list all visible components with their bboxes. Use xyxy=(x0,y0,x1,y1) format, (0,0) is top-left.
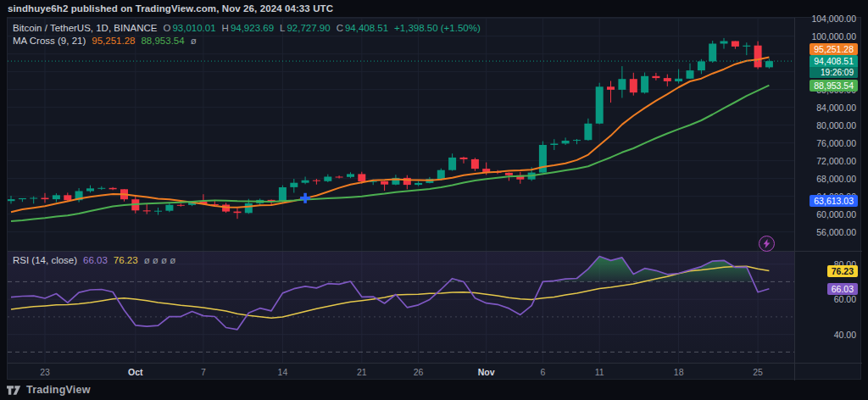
chart-card: Bitcoin / TetherUS, 1D, BINANCE O 93,010… xyxy=(7,17,861,380)
time-axis-label: 21 xyxy=(357,364,367,381)
rsi-hidden-plot-markers: ø ø ø ø xyxy=(144,255,176,265)
time-axis-label: 23 xyxy=(40,364,50,381)
boost-button[interactable] xyxy=(759,236,775,252)
time-axis-label: Oct xyxy=(128,364,143,381)
price-axis-label: 68,000.00 xyxy=(816,173,856,185)
time-axis-label: 26 xyxy=(414,364,424,381)
ma-cross-legend-row[interactable]: MA Cross (9, 21) 95,251.28 88,953.54 ø xyxy=(13,34,481,47)
ma21-price-badge: 88,953.54 xyxy=(810,80,858,92)
price-axis-label: 60,000.00 xyxy=(816,208,856,220)
time-axis[interactable]: 23Oct7142126Nov6111825 xyxy=(8,363,862,381)
ohlc-low: L 92,727.90 xyxy=(280,23,331,33)
ma-cross-value-badge: 63,613.03 xyxy=(810,195,858,207)
rsi-value: 66.03 xyxy=(83,255,108,265)
rsi-value-badge: 66.03 xyxy=(827,283,858,295)
last-price-badge: 94,408.5119:26:09 xyxy=(810,55,858,78)
panel-separator[interactable] xyxy=(8,251,862,252)
ohlc-open: O 93,010.01 xyxy=(163,23,215,33)
ma9-price-badge: 95,251.28 xyxy=(810,43,858,55)
price-axis-label: 72,000.00 xyxy=(816,155,856,167)
tradingview-logo-icon[interactable] xyxy=(7,384,21,396)
symbol-title[interactable]: Bitcoin / TetherUS, 1D, BINANCE xyxy=(13,23,157,33)
ohlc-high: H 94,923.69 xyxy=(222,23,274,33)
price-axis-label: 56,000.00 xyxy=(816,226,856,238)
change-value: +1,398.50 (+1.50%) xyxy=(394,23,481,33)
rsi-axis-label: 40.00 xyxy=(834,329,856,341)
price-axis[interactable]: 104,000.00100,000.0096,000.0092,000.0088… xyxy=(794,18,862,381)
time-axis-label: 7 xyxy=(201,364,206,381)
published-chart-page: sindhuye6h2 published on TradingView.com… xyxy=(0,0,868,400)
tradingview-logo-text[interactable]: TradingView xyxy=(26,384,91,396)
bar-countdown: 19:26:09 xyxy=(810,67,858,78)
chart-plot[interactable] xyxy=(8,18,794,363)
time-axis-label: 6 xyxy=(541,364,546,381)
time-axis-label: 25 xyxy=(753,364,763,381)
publish-info-bar: sindhuye6h2 published on TradingView.com… xyxy=(0,0,868,17)
last-price-value: 94,408.51 xyxy=(810,55,858,67)
price-axis-label: 84,000.00 xyxy=(816,102,856,114)
rsi-legend-row[interactable]: RSI (14, close) 66.03 76.23 ø ø ø ø xyxy=(13,253,175,266)
ma21-value: 88,953.54 xyxy=(141,36,184,46)
publish-info-text: sindhuye6h2 published on TradingView.com… xyxy=(8,3,333,14)
time-axis-label: 14 xyxy=(278,364,288,381)
rsi-ma-badge: 76.23 xyxy=(827,265,858,277)
price-axis-label: 76,000.00 xyxy=(816,137,856,149)
rsi-legend: RSI (14, close) 66.03 76.23 ø ø ø ø xyxy=(13,253,175,266)
hidden-plot-marker: ø xyxy=(191,36,197,46)
ohlc-close: C 94,408.51 xyxy=(337,23,388,33)
ma-cross-title[interactable]: MA Cross (9, 21) xyxy=(13,36,86,46)
main-legend: Bitcoin / TetherUS, 1D, BINANCE O 93,010… xyxy=(13,21,481,47)
time-axis-label: Nov xyxy=(478,364,495,381)
price-axis-label: 100,000.00 xyxy=(811,31,856,42)
price-axis-label: 80,000.00 xyxy=(816,119,856,131)
footer: TradingView xyxy=(7,380,91,400)
time-axis-label: 18 xyxy=(674,364,684,381)
time-axis-label: 11 xyxy=(595,364,604,381)
lightning-icon xyxy=(763,239,771,248)
rsi-title[interactable]: RSI (14, close) xyxy=(13,255,77,265)
price-axis-label: 104,000.00 xyxy=(811,13,856,25)
rsi-axis-label: 60.00 xyxy=(834,293,856,305)
symbol-legend-row[interactable]: Bitcoin / TetherUS, 1D, BINANCE O 93,010… xyxy=(13,21,481,34)
rsi-ma-value: 76.23 xyxy=(114,255,138,265)
ma9-value: 95,251.28 xyxy=(92,36,135,46)
